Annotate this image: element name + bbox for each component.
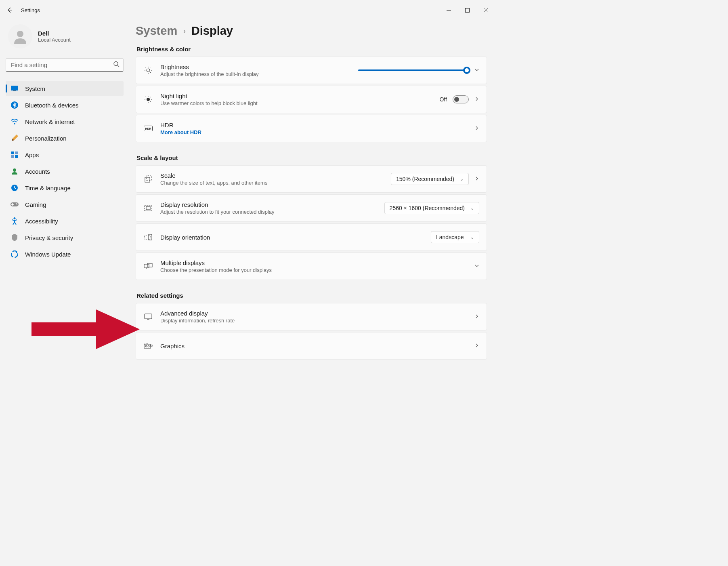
dropdown-value: 2560 × 1600 (Recommended) — [390, 205, 465, 211]
system-icon — [10, 84, 19, 93]
section-title-scale: Scale & layout — [136, 154, 487, 161]
search-input[interactable] — [6, 58, 124, 72]
user-block[interactable]: Dell Local Account — [6, 20, 124, 58]
maximize-icon — [465, 8, 470, 13]
avatar — [8, 24, 32, 48]
svg-rect-14 — [15, 155, 18, 158]
svg-rect-48 — [144, 264, 149, 268]
svg-point-15 — [13, 168, 16, 172]
sidebar-item-privacy[interactable]: Privacy & security — [6, 230, 124, 245]
card-graphics[interactable]: Graphics — [136, 332, 487, 360]
card-title: Night light — [160, 93, 432, 99]
svg-line-27 — [146, 68, 147, 69]
privacy-icon — [10, 234, 19, 242]
close-icon — [484, 8, 488, 13]
sidebar-item-personalization[interactable]: Personalization — [6, 130, 124, 146]
card-brightness[interactable]: Brightness Adjust the brightness of the … — [136, 57, 487, 84]
sidebar-item-gaming[interactable]: Gaming — [6, 197, 124, 212]
card-subtitle: Display information, refresh rate — [160, 318, 467, 324]
svg-line-36 — [146, 97, 147, 98]
close-button[interactable] — [476, 4, 495, 17]
sidebar-item-label: Windows Update — [25, 251, 71, 258]
breadcrumb-parent[interactable]: System — [136, 24, 177, 38]
sidebar: Dell Local Account System Bluetooth & de… — [0, 20, 129, 387]
svg-line-29 — [146, 72, 147, 73]
sidebar-item-update[interactable]: Windows Update — [6, 246, 124, 262]
sidebar-item-time[interactable]: Time & language — [6, 180, 124, 196]
sidebar-item-bluetooth[interactable]: Bluetooth & devices — [6, 97, 124, 113]
sidebar-item-label: System — [25, 85, 45, 92]
card-multiple-displays[interactable]: Multiple displays Choose the presentatio… — [136, 252, 487, 280]
bluetooth-icon — [10, 101, 19, 109]
chevron-down-icon: ⌄ — [460, 177, 464, 182]
sidebar-item-apps[interactable]: Apps — [6, 147, 124, 162]
card-night-light[interactable]: Night light Use warmer colors to help bl… — [136, 86, 487, 113]
personalization-icon — [10, 134, 19, 142]
svg-rect-55 — [151, 345, 152, 346]
sidebar-item-network[interactable]: Network & internet — [6, 114, 124, 129]
sidebar-item-label: Accessibility — [25, 218, 58, 225]
orientation-dropdown[interactable]: Landscape ⌄ — [431, 231, 479, 243]
accessibility-icon — [10, 217, 19, 225]
night-light-toggle[interactable] — [453, 95, 469, 103]
card-scale[interactable]: Scale Change the size of text, apps, and… — [136, 165, 487, 193]
svg-rect-54 — [144, 344, 151, 348]
card-advanced-display[interactable]: Advanced display Display information, re… — [136, 303, 487, 330]
card-group-scale: Scale Change the size of text, apps, and… — [136, 165, 487, 280]
gaming-icon — [10, 200, 19, 208]
chevron-right-icon[interactable] — [474, 175, 479, 183]
scale-dropdown[interactable]: 150% (Recommended) ⌄ — [391, 173, 469, 185]
chevron-right-icon[interactable] — [474, 342, 479, 349]
svg-line-28 — [150, 72, 151, 73]
breadcrumb: System › Display — [136, 24, 487, 38]
sidebar-item-label: Privacy & security — [25, 234, 73, 241]
svg-rect-45 — [146, 206, 150, 210]
back-button[interactable] — [2, 3, 17, 17]
chevron-right-icon[interactable] — [474, 125, 479, 132]
user-type: Local Account — [38, 37, 71, 43]
arrow-left-icon — [6, 7, 13, 13]
sidebar-item-accounts[interactable]: Accounts — [6, 164, 124, 179]
svg-line-39 — [150, 97, 151, 98]
chevron-down-icon[interactable] — [474, 67, 479, 74]
card-title: Multiple displays — [160, 259, 467, 266]
svg-point-59 — [145, 345, 147, 347]
svg-rect-13 — [11, 155, 14, 158]
chevron-down-icon[interactable] — [474, 263, 479, 270]
sidebar-item-accessibility[interactable]: Accessibility — [6, 213, 124, 229]
window-title: Settings — [21, 7, 40, 13]
slider-thumb[interactable] — [463, 67, 470, 74]
brightness-icon — [143, 66, 153, 74]
card-title: HDR — [160, 122, 467, 128]
search-icon[interactable] — [113, 61, 120, 69]
card-hdr[interactable]: HDR HDR More about HDR — [136, 115, 487, 142]
chevron-right-icon[interactable] — [474, 313, 479, 320]
sidebar-item-system[interactable]: System — [6, 81, 124, 96]
svg-text:HDR: HDR — [145, 127, 151, 130]
search-box — [6, 58, 124, 72]
card-title: Display resolution — [160, 201, 377, 208]
toggle-knob — [454, 97, 459, 102]
resolution-icon — [143, 205, 153, 211]
update-icon — [10, 250, 19, 258]
svg-rect-42 — [145, 177, 150, 182]
brightness-slider[interactable] — [358, 69, 467, 71]
monitor-icon — [143, 314, 153, 320]
maximize-button[interactable] — [458, 4, 476, 17]
svg-rect-7 — [11, 86, 18, 90]
card-resolution[interactable]: Display resolution Adjust the resolution… — [136, 194, 487, 222]
sidebar-item-label: Apps — [25, 151, 39, 158]
card-orientation[interactable]: Display orientation Landscape ⌄ — [136, 223, 487, 251]
chevron-right-icon[interactable] — [474, 96, 479, 103]
card-group-related: Advanced display Display information, re… — [136, 303, 487, 360]
hdr-link[interactable]: More about HDR — [160, 129, 467, 135]
minimize-button[interactable] — [439, 4, 458, 17]
dropdown-value: Landscape — [436, 234, 464, 240]
svg-point-19 — [17, 204, 17, 205]
section-title-related: Related settings — [136, 292, 487, 299]
chevron-down-icon: ⌄ — [470, 206, 474, 211]
breadcrumb-current: Display — [191, 24, 233, 38]
resolution-dropdown[interactable]: 2560 × 1600 (Recommended) ⌄ — [384, 202, 479, 214]
graphics-icon — [143, 343, 153, 349]
svg-rect-49 — [147, 263, 152, 267]
